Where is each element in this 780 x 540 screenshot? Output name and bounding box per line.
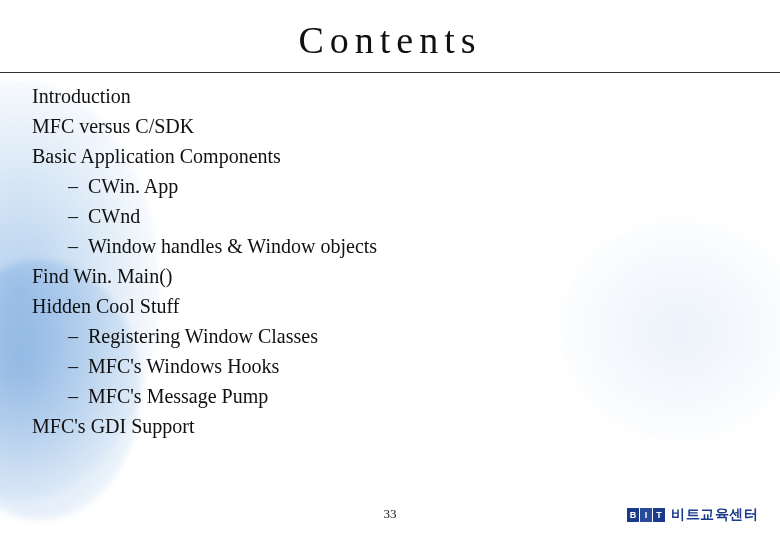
list-item: MFC versus C/SDK (32, 111, 780, 141)
list-item: Basic Application Components (32, 141, 780, 171)
list-subitem: MFC's Message Pump (32, 381, 780, 411)
list-subitem: CWin. App (32, 171, 780, 201)
slide: Contents Introduction MFC versus C/SDK B… (0, 0, 780, 540)
page-number: 33 (384, 506, 397, 522)
list-subitem: MFC's Windows Hooks (32, 351, 780, 381)
logo-letter: I (640, 508, 652, 522)
list-subitem: CWnd (32, 201, 780, 231)
logo-mark: B I T (627, 508, 665, 522)
contents-list: Introduction MFC versus C/SDK Basic Appl… (0, 73, 780, 441)
logo-letter: T (653, 508, 665, 522)
logo-letter: B (627, 508, 639, 522)
list-item: Introduction (32, 81, 780, 111)
page-title: Contents (0, 0, 780, 72)
list-item: MFC's GDI Support (32, 411, 780, 441)
list-subitem: Window handles & Window objects (32, 231, 780, 261)
list-item: Hidden Cool Stuff (32, 291, 780, 321)
logo-label: 비트교육센터 (671, 506, 758, 524)
list-subitem: Registering Window Classes (32, 321, 780, 351)
footer-logo: B I T 비트교육센터 (627, 506, 758, 524)
list-item: Find Win. Main() (32, 261, 780, 291)
